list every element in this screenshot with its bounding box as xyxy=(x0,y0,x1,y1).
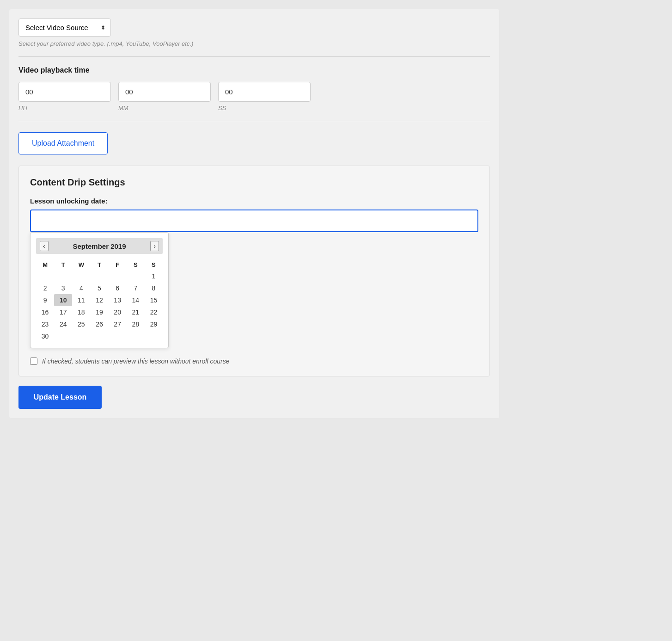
calendar-day[interactable]: 14 xyxy=(127,294,145,306)
upload-attachment-button[interactable]: Upload Attachment xyxy=(18,132,108,154)
calendar-day xyxy=(109,270,127,282)
date-input[interactable] xyxy=(30,210,478,232)
calendar-day[interactable]: 15 xyxy=(145,294,163,306)
calendar-day[interactable]: 2 xyxy=(36,282,54,294)
calendar-day[interactable]: 6 xyxy=(109,282,127,294)
minutes-input[interactable] xyxy=(118,82,211,102)
calendar-day[interactable]: 1 xyxy=(145,270,163,282)
checkbox-row: If checked, students can preview this le… xyxy=(30,353,478,365)
calendar-week-row: 9101112131415 xyxy=(36,294,163,306)
calendar-day-headers: M T W T F S S xyxy=(36,259,163,270)
day-header-sun: S xyxy=(145,259,163,270)
calendar-day xyxy=(127,270,145,282)
video-playback-title: Video playback time xyxy=(18,66,490,74)
checkbox-label: If checked, students can preview this le… xyxy=(42,357,229,365)
calendar-day xyxy=(109,330,127,342)
calendar-day xyxy=(36,270,54,282)
day-header-mon: M xyxy=(36,259,54,270)
calendar-day[interactable]: 5 xyxy=(90,282,108,294)
calendar-day[interactable]: 25 xyxy=(72,318,90,330)
content-drip-box: Content Drip Settings Lesson unlocking d… xyxy=(18,166,490,376)
calendar-week-row: 23242526272829 xyxy=(36,318,163,330)
calendar-container: ‹ September 2019 › M T W T F S S xyxy=(30,210,478,348)
calendar-day[interactable]: 3 xyxy=(54,282,72,294)
calendar-day[interactable]: 11 xyxy=(72,294,90,306)
main-container: Select Video SourceMP4YouTubeVooPlayer ⬍… xyxy=(9,9,499,418)
lesson-unlocking-label: Lesson unlocking date: xyxy=(30,197,478,205)
preview-checkbox[interactable] xyxy=(30,357,37,365)
hours-input[interactable] xyxy=(18,82,111,102)
calendar-week-row: 16171819202122 xyxy=(36,306,163,318)
calendar-day xyxy=(54,330,72,342)
calendar-day xyxy=(127,330,145,342)
calendar-day[interactable]: 10 xyxy=(54,294,72,306)
calendar-day[interactable]: 22 xyxy=(145,306,163,318)
calendar-day[interactable]: 16 xyxy=(36,306,54,318)
calendar-day[interactable]: 4 xyxy=(72,282,90,294)
seconds-label: SS xyxy=(218,105,311,111)
calendar-week-row: 30 xyxy=(36,330,163,342)
calendar-day[interactable]: 18 xyxy=(72,306,90,318)
upload-attachment-section: Upload Attachment xyxy=(18,132,490,154)
minutes-label: MM xyxy=(118,105,211,111)
calendar-day[interactable]: 26 xyxy=(90,318,108,330)
video-source-wrapper: Select Video SourceMP4YouTubeVooPlayer ⬍ xyxy=(18,18,111,37)
calendar-day[interactable]: 23 xyxy=(36,318,54,330)
video-source-select[interactable]: Select Video SourceMP4YouTubeVooPlayer xyxy=(18,18,111,37)
calendar-day[interactable]: 9 xyxy=(36,294,54,306)
calendar-day xyxy=(145,330,163,342)
calendar-day[interactable]: 7 xyxy=(127,282,145,294)
calendar-day[interactable]: 17 xyxy=(54,306,72,318)
calendar-week-row: 2345678 xyxy=(36,282,163,294)
calendar-day[interactable]: 8 xyxy=(145,282,163,294)
seconds-group: SS xyxy=(218,82,311,111)
calendar-month-year: September 2019 xyxy=(73,242,126,250)
video-source-hint: Select your preferred video type. (.mp4,… xyxy=(18,40,490,47)
content-drip-title: Content Drip Settings xyxy=(30,177,478,188)
day-header-sat: S xyxy=(127,259,145,270)
hours-label: HH xyxy=(18,105,111,111)
calendar-day xyxy=(90,330,108,342)
divider-2 xyxy=(18,121,490,121)
day-header-tue: T xyxy=(54,259,72,270)
calendar-day xyxy=(54,270,72,282)
time-inputs-row: HH MM SS xyxy=(18,82,490,111)
calendar-day[interactable]: 21 xyxy=(127,306,145,318)
divider-1 xyxy=(18,56,490,57)
calendar-day xyxy=(72,270,90,282)
calendar-week-row: 1 xyxy=(36,270,163,282)
update-lesson-button[interactable]: Update Lesson xyxy=(18,386,102,409)
video-playback-section: Video playback time HH MM SS xyxy=(18,66,490,111)
calendar-day[interactable]: 29 xyxy=(145,318,163,330)
day-header-fri: F xyxy=(109,259,127,270)
calendar-day[interactable]: 30 xyxy=(36,330,54,342)
calendar-popup: ‹ September 2019 › M T W T F S S xyxy=(30,232,169,348)
calendar-day[interactable]: 19 xyxy=(90,306,108,318)
calendar-next-button[interactable]: › xyxy=(150,241,159,251)
calendar-day xyxy=(90,270,108,282)
hours-group: HH xyxy=(18,82,111,111)
day-header-thu: T xyxy=(90,259,108,270)
calendar-day[interactable]: 27 xyxy=(109,318,127,330)
calendar-day[interactable]: 12 xyxy=(90,294,108,306)
calendar-prev-button[interactable]: ‹ xyxy=(40,241,49,251)
calendar-day[interactable]: 20 xyxy=(109,306,127,318)
calendar-day[interactable]: 28 xyxy=(127,318,145,330)
calendar-day[interactable]: 13 xyxy=(109,294,127,306)
seconds-input[interactable] xyxy=(218,82,311,102)
calendar-day[interactable]: 24 xyxy=(54,318,72,330)
video-source-section: Select Video SourceMP4YouTubeVooPlayer ⬍… xyxy=(18,18,490,47)
calendar-header: ‹ September 2019 › xyxy=(36,238,163,254)
minutes-group: MM xyxy=(118,82,211,111)
calendar-body: 1234567891011121314151617181920212223242… xyxy=(36,270,163,342)
calendar-day xyxy=(72,330,90,342)
day-header-wed: W xyxy=(72,259,90,270)
calendar-grid: M T W T F S S 12345678910111213141516171… xyxy=(36,259,163,342)
